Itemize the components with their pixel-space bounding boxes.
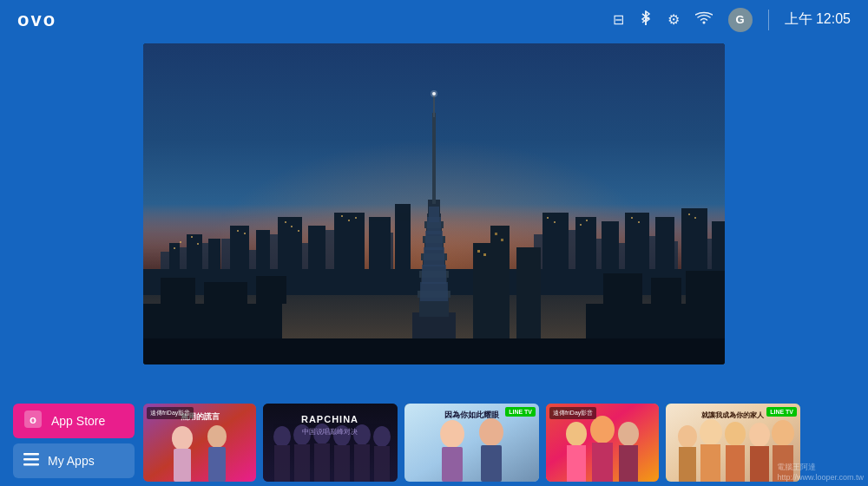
svg-rect-122 <box>354 444 370 482</box>
svg-rect-28 <box>256 230 270 278</box>
svg-rect-129 <box>442 447 463 482</box>
svg-rect-98 <box>651 278 681 304</box>
my-apps-icon <box>23 451 39 471</box>
svg-rect-83 <box>422 265 446 284</box>
svg-rect-57 <box>586 220 588 221</box>
svg-rect-38 <box>655 217 674 278</box>
svg-rect-99 <box>686 271 725 304</box>
svg-rect-32 <box>369 217 391 278</box>
svg-point-123 <box>373 426 391 447</box>
svg-point-149 <box>772 420 794 446</box>
top-right-controls: ⊟ ⚙ G 上午 12:05 <box>613 8 851 32</box>
svg-rect-56 <box>580 224 582 226</box>
thumbnail-4[interactable]: 遠傳friDay影音 <box>546 404 659 482</box>
svg-point-78 <box>431 90 437 97</box>
svg-rect-60 <box>688 213 690 215</box>
svg-rect-100 <box>143 338 725 364</box>
svg-point-1 <box>702 21 705 23</box>
svg-point-128 <box>440 420 464 448</box>
svg-rect-81 <box>425 231 443 250</box>
svg-rect-31 <box>334 213 365 278</box>
linetv-badge-3: LINE TV <box>505 407 536 417</box>
svg-rect-27 <box>230 226 249 278</box>
svg-rect-91 <box>501 239 503 241</box>
svg-rect-89 <box>483 253 486 256</box>
svg-text:o: o <box>30 413 36 426</box>
linetv-badge-5: LINE TV <box>766 407 797 417</box>
svg-point-113 <box>273 426 291 447</box>
svg-point-109 <box>207 425 227 448</box>
svg-rect-55 <box>554 221 556 223</box>
svg-point-145 <box>725 422 746 446</box>
svg-rect-110 <box>208 447 226 482</box>
svg-rect-53 <box>355 217 357 219</box>
svg-rect-75 <box>432 113 436 204</box>
svg-point-130 <box>479 418 503 446</box>
svg-point-136 <box>590 416 615 443</box>
svg-rect-45 <box>197 243 199 245</box>
svg-rect-105 <box>23 463 39 466</box>
friday-badge-4: 遠傳friDay影音 <box>549 407 596 419</box>
thumbnail-3[interactable]: 因為你如此耀眼 LINE TV <box>404 404 539 482</box>
app-store-button[interactable]: o App Store <box>13 404 135 438</box>
svg-rect-49 <box>291 226 293 227</box>
svg-rect-95 <box>204 282 247 304</box>
svg-rect-97 <box>603 273 642 304</box>
svg-rect-51 <box>341 215 343 217</box>
svg-rect-76 <box>433 95 435 117</box>
bluetooth-icon[interactable] <box>640 10 652 30</box>
svg-rect-137 <box>592 443 613 482</box>
wifi-icon[interactable] <box>695 11 713 29</box>
svg-point-134 <box>566 422 587 446</box>
svg-rect-131 <box>481 445 502 482</box>
svg-rect-44 <box>191 236 193 238</box>
svg-rect-114 <box>274 445 290 482</box>
svg-text:因為你如此耀眼: 因為你如此耀眼 <box>444 410 500 419</box>
divider <box>768 10 769 30</box>
svg-rect-43 <box>180 241 181 243</box>
thumbnail-1[interactable]: 無用的謊言 遠傳friDay影音 <box>143 404 256 482</box>
svg-rect-46 <box>237 230 239 232</box>
ovo-logo: ovo <box>17 9 56 31</box>
svg-text:RAPCHINA: RAPCHINA <box>301 414 358 424</box>
svg-rect-25 <box>187 234 202 278</box>
friday-badge-1: 遠傳friDay影音 <box>147 407 194 419</box>
svg-rect-124 <box>374 446 390 482</box>
svg-point-141 <box>678 425 697 448</box>
svg-rect-116 <box>294 444 310 482</box>
left-menu: o App Store My Apps <box>13 404 135 482</box>
top-bar: ovo ⊟ ⚙ G 上午 12:05 <box>0 0 868 39</box>
svg-rect-58 <box>631 217 633 219</box>
content-thumbnails: 無用的謊言 遠傳friDay影音 <box>143 404 855 482</box>
svg-rect-47 <box>244 233 246 234</box>
svg-rect-61 <box>694 217 696 219</box>
main-video-player[interactable] <box>143 43 725 364</box>
thumbnail-2[interactable]: RAPCHINA 中国说唱巅峰对决 <box>263 404 398 482</box>
svg-rect-146 <box>726 445 745 482</box>
user-avatar[interactable]: G <box>728 8 753 32</box>
svg-point-147 <box>749 423 770 447</box>
my-apps-button[interactable]: My Apps <box>13 443 135 478</box>
svg-rect-103 <box>23 453 39 456</box>
watermark: 電腦王阿達 http://www.looper.com.tw <box>777 462 864 482</box>
svg-rect-88 <box>477 250 480 253</box>
svg-rect-148 <box>750 446 769 482</box>
settings-icon[interactable]: ⚙ <box>667 11 680 28</box>
svg-rect-108 <box>174 449 191 482</box>
svg-rect-142 <box>679 447 696 482</box>
svg-rect-26 <box>208 239 220 278</box>
svg-rect-90 <box>495 233 497 235</box>
svg-rect-40 <box>712 221 725 278</box>
svg-rect-54 <box>547 217 549 219</box>
svg-rect-36 <box>602 221 619 278</box>
app-store-label: App Store <box>51 414 105 428</box>
svg-point-143 <box>700 419 722 445</box>
svg-point-138 <box>618 422 639 446</box>
svg-point-107 <box>172 426 193 450</box>
svg-rect-48 <box>285 221 286 223</box>
svg-rect-139 <box>619 445 638 482</box>
svg-rect-118 <box>314 443 330 482</box>
hdmi-icon[interactable]: ⊟ <box>613 11 624 28</box>
svg-rect-33 <box>395 204 411 278</box>
bottom-bar: o App Store My Apps <box>0 399 868 486</box>
